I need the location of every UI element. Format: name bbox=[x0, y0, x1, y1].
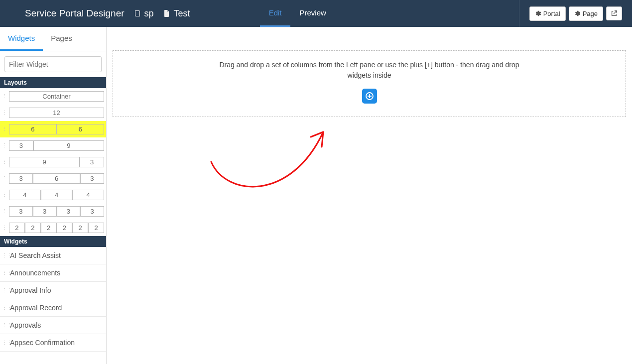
widget-item[interactable]: ⋮⋮Appsec Confirmation bbox=[0, 334, 106, 352]
section-layouts: Layouts bbox=[0, 77, 106, 88]
layout-col-2: 2 bbox=[41, 223, 57, 233]
mode-tabs: Edit Preview bbox=[260, 0, 335, 27]
page-crumb[interactable]: Test bbox=[163, 8, 190, 19]
drag-handle-icon: ⋮⋮ bbox=[2, 93, 7, 100]
layout-item-0[interactable]: ⋮⋮Container bbox=[0, 88, 106, 105]
sidebar: Widgets Pages Layouts ⋮⋮Container⋮⋮12⋮⋮6… bbox=[0, 27, 107, 364]
filter-widget-input[interactable] bbox=[4, 56, 102, 72]
layout-col-2: 2 bbox=[88, 223, 104, 233]
drag-handle-icon: ⋮⋮ bbox=[2, 142, 7, 149]
drag-handle-icon: ⋮⋮ bbox=[2, 159, 7, 165]
external-link-icon bbox=[611, 10, 618, 17]
canvas: Drag and drop a set of columns from the … bbox=[107, 27, 632, 364]
layout-col-6: 6 bbox=[9, 124, 57, 134]
drag-handle-icon: ⋮⋮ bbox=[2, 110, 7, 116]
widget-item[interactable]: ⋮⋮Approvals bbox=[0, 317, 106, 334]
layout-col-2: 2 bbox=[9, 223, 25, 233]
drag-handle-icon: ⋮⋮ bbox=[2, 340, 7, 346]
widget-item-label: Appsec Confirmation bbox=[10, 339, 75, 347]
layout-col-3: 3 bbox=[9, 173, 33, 184]
layout-col-3: 3 bbox=[80, 173, 104, 184]
drag-handle-icon: ⋮⋮ bbox=[2, 322, 7, 329]
layout-col-4: 4 bbox=[41, 190, 73, 200]
widget-item-label: Approvals bbox=[10, 321, 41, 329]
layout-col-4: 4 bbox=[72, 190, 104, 200]
drag-handle-icon: ⋮⋮ bbox=[2, 252, 7, 259]
widget-item-label: Approval Info bbox=[10, 286, 51, 294]
portal-settings-button[interactable]: Portal bbox=[529, 6, 566, 21]
book-icon bbox=[133, 9, 141, 17]
sidebar-body: Layouts ⋮⋮Container⋮⋮12⋮⋮66⋮⋮39⋮⋮93⋮⋮363… bbox=[0, 51, 106, 364]
layout-col-9: 9 bbox=[9, 157, 80, 167]
layout-col-9: 9 bbox=[33, 140, 104, 151]
drag-handle-icon: ⋮⋮ bbox=[2, 208, 7, 215]
layout-col-2: 2 bbox=[56, 223, 72, 233]
layout-col-12: 12 bbox=[9, 108, 104, 118]
layout-col-6: 6 bbox=[57, 124, 105, 134]
layout-col-3: 3 bbox=[57, 206, 81, 217]
layout-item-5[interactable]: ⋮⋮363 bbox=[0, 170, 106, 187]
layout-col-3: 3 bbox=[9, 140, 33, 151]
widget-item-label: AI Search Assist bbox=[10, 251, 61, 259]
widget-item[interactable]: ⋮⋮Approval Record bbox=[0, 299, 106, 317]
layout-item-7[interactable]: ⋮⋮3333 bbox=[0, 203, 106, 220]
layout-col-2: 2 bbox=[72, 223, 88, 233]
sidebar-tab-pages[interactable]: Pages bbox=[43, 27, 80, 51]
section-widgets: Widgets bbox=[0, 236, 106, 247]
layout-col-4: 4 bbox=[9, 190, 41, 200]
add-container-button[interactable] bbox=[362, 89, 377, 104]
gear-icon bbox=[535, 10, 541, 16]
widget-item[interactable]: ⋮⋮AI Search Assist bbox=[0, 247, 106, 264]
hand-drawn-arrow-annotation bbox=[206, 117, 336, 207]
page-settings-button[interactable]: Page bbox=[569, 6, 603, 21]
widget-item[interactable]: ⋮⋮Announcements bbox=[0, 264, 106, 282]
layout-item-3[interactable]: ⋮⋮39 bbox=[0, 137, 106, 154]
widget-item[interactable]: ⋮⋮Approval Info bbox=[0, 282, 106, 299]
tab-preview[interactable]: Preview bbox=[290, 0, 335, 27]
layout-col-3: 3 bbox=[33, 206, 57, 217]
layout-item-4[interactable]: ⋮⋮93 bbox=[0, 154, 106, 170]
plus-circle-icon bbox=[366, 92, 374, 100]
layout-item-2[interactable]: ⋮⋮66 bbox=[0, 121, 106, 137]
top-bar: Service Portal Designer sp Test Edit Pre… bbox=[0, 0, 632, 27]
layout-item-1[interactable]: ⋮⋮12 bbox=[0, 105, 106, 121]
gear-icon bbox=[574, 10, 580, 16]
portal-crumb[interactable]: sp bbox=[133, 8, 154, 19]
dropzone-hint: Drag and drop a set of columns from the … bbox=[215, 60, 524, 81]
drag-handle-icon: ⋮⋮ bbox=[2, 126, 7, 132]
layout-col-3: 3 bbox=[9, 206, 33, 217]
main: Widgets Pages Layouts ⋮⋮Container⋮⋮12⋮⋮6… bbox=[0, 27, 632, 364]
tab-edit[interactable]: Edit bbox=[260, 0, 291, 27]
drag-handle-icon: ⋮⋮ bbox=[2, 192, 7, 198]
layout-item-8[interactable]: ⋮⋮222222 bbox=[0, 220, 106, 236]
layout-col-3: 3 bbox=[80, 206, 104, 217]
drag-handle-icon: ⋮⋮ bbox=[2, 270, 7, 276]
drag-handle-icon: ⋮⋮ bbox=[2, 175, 7, 182]
file-icon bbox=[163, 9, 171, 17]
drag-handle-icon: ⋮⋮ bbox=[2, 287, 7, 294]
layout-col-2: 2 bbox=[25, 223, 41, 233]
drag-handle-icon: ⋮⋮ bbox=[2, 225, 7, 231]
sidebar-tabs: Widgets Pages bbox=[0, 27, 106, 51]
open-external-button[interactable] bbox=[606, 6, 622, 20]
layout-col-3: 3 bbox=[80, 157, 104, 167]
layout-col-6: 6 bbox=[33, 173, 80, 184]
widget-item-label: Announcements bbox=[10, 269, 60, 277]
layout-container-cell: Container bbox=[9, 91, 104, 102]
sidebar-tab-widgets[interactable]: Widgets bbox=[0, 27, 43, 51]
app-title: Service Portal Designer bbox=[25, 8, 125, 19]
drag-handle-icon: ⋮⋮ bbox=[2, 305, 7, 311]
layout-item-6[interactable]: ⋮⋮444 bbox=[0, 187, 106, 203]
dropzone[interactable]: Drag and drop a set of columns from the … bbox=[113, 50, 626, 117]
top-right-actions: Portal Page bbox=[519, 0, 622, 27]
widget-item-label: Approval Record bbox=[10, 304, 62, 312]
